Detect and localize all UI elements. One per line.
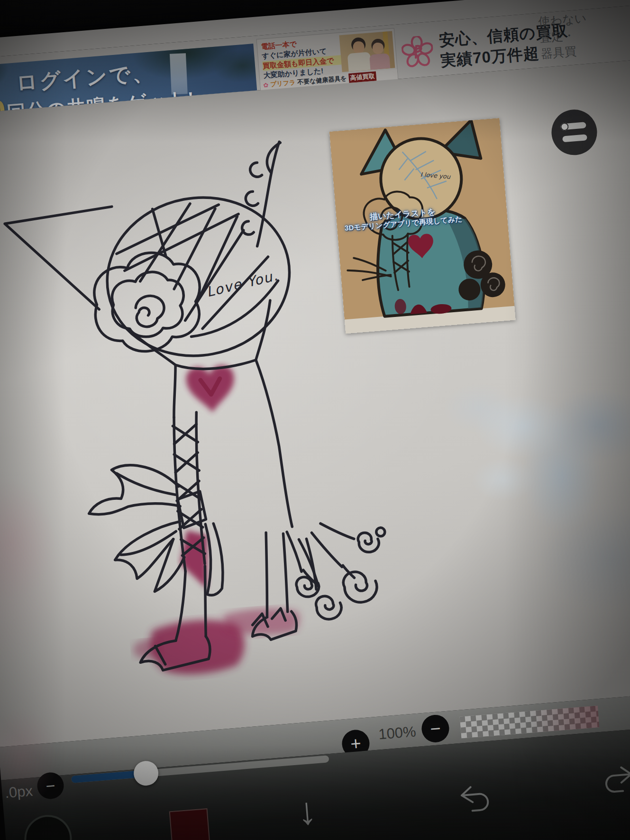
minus-icon: − [429, 718, 442, 740]
zoom-out-button[interactable]: − [420, 714, 450, 743]
undo-icon [456, 782, 495, 816]
undo-button[interactable] [456, 782, 495, 817]
brush-size-label: .0px [4, 783, 33, 802]
couple-photo [339, 31, 395, 72]
slider-pill-icon [561, 122, 586, 130]
character-drawing: I Love You. [0, 62, 630, 747]
reference-image: I love you 描いたイラストを 3Dモデリングアプリで再現してみた [329, 118, 516, 334]
download-button[interactable]: ↓ [286, 784, 328, 839]
color-swatch-red[interactable] [169, 808, 212, 840]
side-ad-text: 使わない 査定・ 器具買 [538, 10, 590, 62]
love-text: I Love You. [195, 267, 280, 303]
tablet-screen: ログインで、 100回分の共鳴をゲット! 電話一本で すぐに家が片付いて 買取金… [0, 0, 630, 840]
redo-button[interactable] [598, 762, 630, 798]
slider-pill-icon [562, 134, 587, 142]
minus-icon: − [45, 776, 56, 795]
brand-flower-icon [401, 35, 434, 69]
zoom-level: 100% [374, 723, 421, 744]
flower-bullet-icon: ✿ [263, 81, 269, 89]
ad-headline[interactable]: 安心、信頼の買取 実績70万件超 [438, 22, 550, 71]
down-arrow-icon: ↓ [296, 789, 318, 833]
tool-button[interactable] [23, 813, 74, 840]
drawing-canvas[interactable]: I Love You. [0, 58, 630, 747]
testimonial-text: 電話一本で すぐに家が片付いて 買取金額も即日入金で 大変助かりました! [261, 36, 344, 80]
tablet-photo: ログインで、 100回分の共鳴をゲット! 電話一本で すぐに家が片付いて 買取金… [0, 0, 630, 840]
redo-icon [598, 762, 630, 796]
